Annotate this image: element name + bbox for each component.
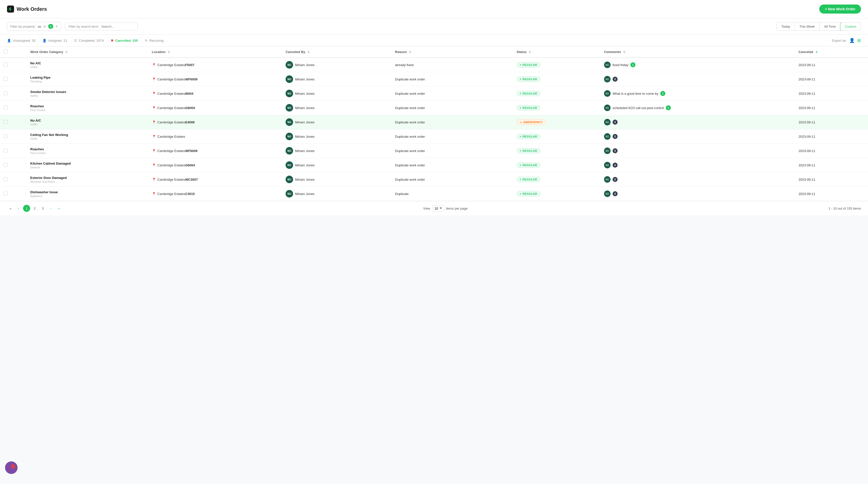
status-cell: REGULAR bbox=[513, 172, 600, 187]
stat-cancelled-label: Cancelled bbox=[115, 39, 131, 42]
comment-count-badge: 0 bbox=[613, 177, 618, 182]
row-checkbox[interactable] bbox=[3, 120, 7, 124]
page-next-next-button[interactable]: » bbox=[55, 205, 62, 212]
table-row[interactable]: RoachesPest Control📍Cambridge EstatesG60… bbox=[0, 101, 868, 115]
category-name: Kitchen Cabinet Damaged bbox=[30, 161, 145, 165]
comment-avatar: MJ bbox=[604, 119, 611, 125]
category-name: Dishwasher Issue bbox=[30, 190, 145, 194]
date-filter-group: Today This Week All Time Custom bbox=[777, 22, 861, 31]
location-unit: G6004 bbox=[185, 163, 195, 167]
stat-unassigned[interactable]: 👤 Unassigned 30 bbox=[7, 39, 35, 42]
location-cell: 📍Cambridge EstatesWC3007 bbox=[152, 178, 279, 181]
row-checkbox[interactable] bbox=[3, 91, 7, 95]
export-grid-icon[interactable]: ⊞ bbox=[857, 38, 861, 43]
row-checkbox[interactable] bbox=[3, 63, 7, 67]
category-sub: Plumbing bbox=[30, 80, 145, 83]
status-cell: REGULAR bbox=[513, 144, 600, 158]
avatar: MJ bbox=[285, 90, 293, 97]
assignee-name: Miriam Jones bbox=[295, 178, 314, 181]
checkmark-icon: ☑ bbox=[74, 39, 77, 42]
table-row[interactable]: Dishwasher IssueAppliance📍Cambridge Esta… bbox=[0, 187, 868, 201]
sort-cancelledby-icon: ⇅ bbox=[307, 51, 310, 54]
status-cell: REGULAR bbox=[513, 158, 600, 172]
th-status[interactable]: Status ⇅ bbox=[513, 47, 600, 58]
date-filter-custom[interactable]: Custom bbox=[840, 22, 861, 31]
page-1-button[interactable]: 1 bbox=[23, 205, 30, 212]
stat-completed[interactable]: ☑ Completed 2474 bbox=[74, 39, 104, 42]
row-checkbox[interactable] bbox=[3, 177, 7, 181]
table-row[interactable]: Kitchen Cabinet DamagedGeneral📍Cambridge… bbox=[0, 158, 868, 172]
location-pin-icon: 📍 bbox=[152, 106, 156, 110]
row-checkbox[interactable] bbox=[3, 77, 7, 81]
filter-property[interactable]: Filter by property: as ⚙ 1 ▼ bbox=[7, 22, 61, 31]
stat-assigned[interactable]: 👤 Assigned 13 bbox=[42, 39, 67, 42]
page-next-button[interactable]: › bbox=[47, 205, 54, 212]
table-row[interactable]: RoachesPest Control📍Cambridge EstatesWF6… bbox=[0, 144, 868, 158]
location-text: Cambridge EstatesWF6009 bbox=[157, 149, 198, 153]
status-badge: REGULAR bbox=[517, 162, 540, 168]
comments-cell: MJ0 bbox=[600, 172, 795, 187]
reason-cell: Duplicate work order bbox=[392, 172, 513, 187]
location-pin-icon: 📍 bbox=[152, 92, 156, 95]
stat-assigned-count: 13 bbox=[64, 39, 67, 42]
page-2-button[interactable]: 2 bbox=[31, 205, 38, 212]
cancelled-date-cell: 2023-09-11 bbox=[795, 172, 868, 187]
category-name: Roaches bbox=[30, 147, 145, 151]
assignee-name: Miriam Jones bbox=[295, 92, 314, 95]
search-input[interactable] bbox=[101, 25, 134, 28]
assignee-name: Miriam Jones bbox=[295, 63, 314, 67]
stat-completed-label: Completed bbox=[79, 39, 95, 42]
reason-cell: Duplicate work order bbox=[392, 115, 513, 129]
category-sub: HVAC bbox=[30, 66, 145, 69]
table-row[interactable]: No A/CHVAC📍Cambridge EstatesF5007MJMiria… bbox=[0, 58, 868, 72]
table-row[interactable]: Ceiling Fan Not WorkingHVAC📍Cambridge Es… bbox=[0, 129, 868, 144]
comment-count-badge: 0 bbox=[613, 77, 618, 82]
page-header: Work Orders + New Work Order bbox=[0, 0, 868, 18]
th-comments[interactable]: Comments ⇅ bbox=[600, 47, 795, 58]
comment-count-badge: 1 bbox=[660, 91, 665, 96]
th-reason[interactable]: Reason ⇅ bbox=[392, 47, 513, 58]
row-checkbox[interactable] bbox=[3, 134, 7, 138]
page-3-button[interactable]: 3 bbox=[39, 205, 46, 212]
comments-cell: MJ0 bbox=[600, 129, 795, 144]
th-location[interactable]: Location ⇅ bbox=[149, 47, 282, 58]
items-per-page-select[interactable]: 10 25 50 bbox=[432, 205, 444, 212]
page-title: Work Orders bbox=[17, 6, 47, 12]
row-checkbox[interactable] bbox=[3, 163, 7, 167]
th-cancelled-by[interactable]: Canceled By ⇅ bbox=[282, 47, 392, 58]
assignee-cell: MJMiriam Jones bbox=[285, 61, 388, 69]
page-prev-prev-button[interactable]: « bbox=[7, 205, 14, 212]
status-badge: REGULAR bbox=[517, 177, 540, 182]
pagination-pages: « ‹ 1 2 3 › » bbox=[7, 205, 62, 212]
row-checkbox[interactable] bbox=[3, 105, 7, 110]
row-checkbox[interactable] bbox=[3, 149, 7, 153]
th-cancelled-date[interactable]: Canceled ▼ bbox=[795, 47, 868, 58]
date-filter-this-week[interactable]: This Week bbox=[795, 23, 819, 30]
filter-property-badge: 1 bbox=[48, 24, 53, 29]
stat-cancelled[interactable]: ✖ Cancelled 155 bbox=[111, 39, 138, 42]
date-filter-all-time[interactable]: All Time bbox=[819, 23, 840, 30]
select-all-checkbox[interactable] bbox=[3, 50, 7, 54]
filter-search-label: Filter by search term: bbox=[68, 25, 99, 28]
table-row[interactable]: Smoke Detector IssuesSafety📍Cambridge Es… bbox=[0, 86, 868, 101]
cancelled-date-cell: 2023-09-11 bbox=[795, 144, 868, 158]
table-row[interactable]: Exterior Door DamagedWindows and Doors📍C… bbox=[0, 172, 868, 187]
assignee-cell: MJMiriam Jones bbox=[285, 161, 388, 169]
stat-completed-count: 2474 bbox=[96, 39, 104, 42]
th-category[interactable]: Work Order Category ⇅ bbox=[27, 47, 149, 58]
assignee-cell: MJMiriam Jones bbox=[285, 118, 388, 126]
page-prev-button[interactable]: ‹ bbox=[15, 205, 22, 212]
stat-recurring[interactable]: ↻ Recurring bbox=[145, 39, 163, 42]
table-row[interactable]: Leaking PipePlumbing📍Cambridge EstatesWF… bbox=[0, 72, 868, 86]
sort-cancelled-icon: ▼ bbox=[815, 51, 818, 54]
category-name: Smoke Detector Issues bbox=[30, 90, 145, 94]
row-checkbox[interactable] bbox=[3, 191, 7, 195]
date-filter-today[interactable]: Today bbox=[777, 23, 795, 30]
new-work-order-button[interactable]: + New Work Order bbox=[819, 4, 861, 13]
filter-property-label: Filter by property: bbox=[10, 25, 36, 28]
reason-cell: Duplicate bbox=[392, 187, 513, 201]
table-row[interactable]: No A/CHVAC📍Cambridge EstatesE4008MJMiria… bbox=[0, 115, 868, 129]
export-person-icon[interactable]: 👤 bbox=[849, 38, 855, 43]
cancelled-date-cell: 2023-09-11 bbox=[795, 72, 868, 86]
cancelled-date-cell: 2023-09-11 bbox=[795, 187, 868, 201]
